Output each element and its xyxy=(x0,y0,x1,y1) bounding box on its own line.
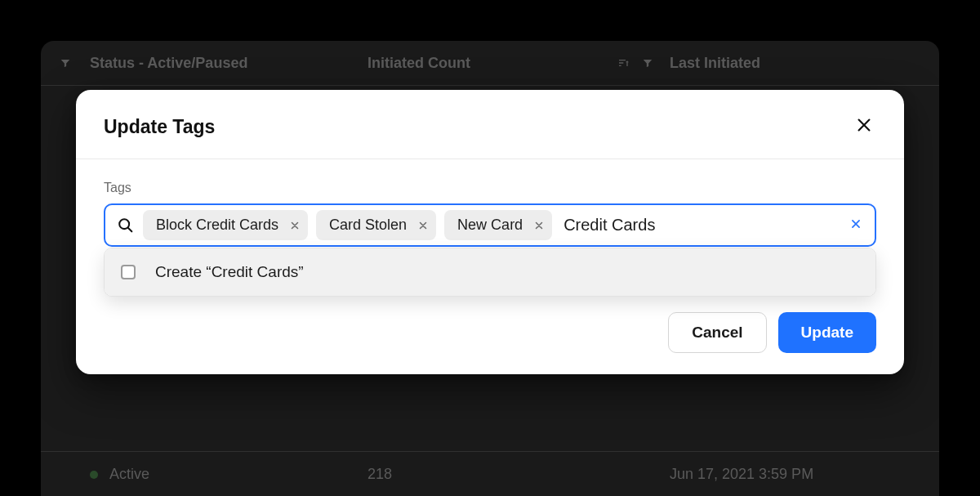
filter-icon xyxy=(60,57,71,69)
create-tag-option[interactable]: Create “Credit Cards” xyxy=(105,248,875,296)
tag-chip-label: New Card xyxy=(457,217,523,234)
sort-icon xyxy=(617,56,630,69)
remove-tag-icon[interactable] xyxy=(418,221,428,230)
filter-icon-cell xyxy=(41,57,90,69)
search-icon xyxy=(117,217,135,235)
clear-input-button[interactable] xyxy=(845,213,866,238)
option-checkbox[interactable] xyxy=(121,265,136,279)
table-row[interactable]: Active 218 Jun 17, 2021 3:59 PM xyxy=(41,451,939,496)
close-icon xyxy=(855,116,873,134)
tags-field-label: Tags xyxy=(104,181,876,195)
filter-icon xyxy=(642,57,653,69)
create-option-text: Create “Credit Cards” xyxy=(155,263,304,281)
row-status-cell: Active xyxy=(90,466,368,483)
create-quoted: “Credit Cards” xyxy=(206,263,303,280)
table-header-row: Status - Active/Paused Initiated Count L… xyxy=(41,41,939,86)
remove-tag-icon[interactable] xyxy=(290,221,300,230)
modal-header: Update Tags xyxy=(76,90,904,159)
modal-title: Update Tags xyxy=(104,116,215,138)
tags-text-input[interactable] xyxy=(560,211,837,239)
update-button[interactable]: Update xyxy=(778,312,876,353)
row-last-initiated-cell: Jun 17, 2021 3:59 PM xyxy=(670,466,939,483)
update-tags-modal: Update Tags Tags Block Credit Cards Card… xyxy=(76,90,904,374)
column-header-last-initiated[interactable]: Last Initiated xyxy=(670,55,939,72)
column-header-initiated[interactable]: Initiated Count xyxy=(368,55,670,72)
column-header-status[interactable]: Status - Active/Paused xyxy=(90,55,368,72)
tag-chip: Card Stolen xyxy=(316,210,436,240)
tags-input-container[interactable]: Block Credit Cards Card Stolen New Card xyxy=(104,203,876,247)
tag-chip-label: Block Credit Cards xyxy=(156,217,278,234)
cancel-button[interactable]: Cancel xyxy=(668,312,766,353)
status-dot-icon xyxy=(90,471,98,479)
row-status-value: Active xyxy=(109,466,149,482)
clear-icon xyxy=(850,218,862,230)
remove-tag-icon[interactable] xyxy=(534,221,544,230)
close-button[interactable] xyxy=(852,113,876,141)
modal-body: Tags Block Credit Cards Card Stolen New … xyxy=(76,159,904,263)
row-initiated-cell: 218 xyxy=(368,466,670,483)
tag-chip: Block Credit Cards xyxy=(143,210,308,240)
tag-chip-label: Card Stolen xyxy=(329,217,407,234)
tags-dropdown: Create “Credit Cards” xyxy=(104,248,876,297)
tag-chip: New Card xyxy=(444,210,552,240)
column-header-initiated-label: Initiated Count xyxy=(368,55,470,72)
create-prefix: Create xyxy=(155,263,206,280)
